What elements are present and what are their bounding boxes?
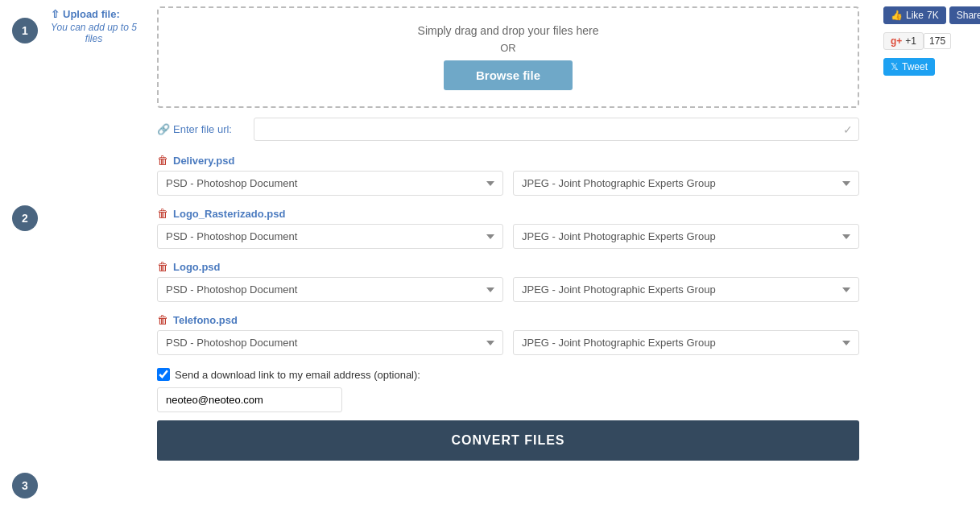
file-item-2: 🗑 Logo.psd PSD - Photoshop Document JPEG… [157,260,859,302]
step3-circle: 3 [12,473,38,498]
link-icon: 🔗 [157,123,170,135]
source-format-select-2[interactable]: PSD - Photoshop Document [157,277,503,302]
trash-icon-2[interactable]: 🗑 [157,260,168,273]
target-format-select-3[interactable]: JPEG - Joint Photographic Experts Group [513,330,859,355]
gplus-button[interactable]: g+ +1 [883,32,924,50]
step1-row: 1 ⇧ Upload file: You can add up to 5 fil… [12,8,137,52]
thumbs-up-icon: 👍 [891,10,903,21]
source-format-select-1[interactable]: PSD - Photoshop Document [157,224,503,249]
upload-subtitle: You can add up to 5 files [51,22,137,44]
file-url-input[interactable] [254,118,859,141]
gplus-icon: g+ [891,35,902,47]
step2-section: 🗑 Delivery.psd PSD - Photoshop Document … [157,154,859,355]
drop-text: Simply drag and drop your files here [418,24,599,37]
file-name-1: Logo_Rasterizado.psd [173,208,285,220]
file-item-1: 🗑 Logo_Rasterizado.psd PSD - Photoshop D… [157,207,859,249]
step2-row: 2 [12,205,137,231]
facebook-like-button[interactable]: 👍 Like 7K [883,6,946,24]
trash-icon-3[interactable]: 🗑 [157,313,168,326]
selects-row-1: PSD - Photoshop Document JPEG - Joint Ph… [157,224,859,249]
gplus-plus: +1 [905,35,916,47]
file-name-row-1: 🗑 Logo_Rasterizado.psd [157,207,859,220]
file-url-row: 🔗 Enter file url: ✓ [157,118,859,141]
main-content: Simply drag and drop your files here OR … [149,0,875,517]
twitter-icon: 𝕏 [891,61,899,72]
gplus-count: 175 [924,33,951,49]
email-input[interactable] [157,387,342,412]
file-name-row-2: 🗑 Logo.psd [157,260,859,273]
step3-row: 3 [12,473,137,498]
email-checkbox[interactable] [157,368,170,381]
trash-icon-1[interactable]: 🗑 [157,207,168,220]
selects-row-0: PSD - Photoshop Document JPEG - Joint Ph… [157,171,859,196]
convert-files-button[interactable]: CONVERT FILES [157,420,859,461]
email-checkbox-label: Send a download link to my email address… [175,369,420,381]
upload-title: ⇧ Upload file: [51,8,137,20]
file-item-3: 🗑 Telefono.psd PSD - Photoshop Document … [157,313,859,355]
target-format-select-2[interactable]: JPEG - Joint Photographic Experts Group [513,277,859,302]
source-format-select-0[interactable]: PSD - Photoshop Document [157,171,503,196]
or-text: OR [500,42,516,54]
file-name-row-0: 🗑 Delivery.psd [157,154,859,167]
file-name-3: Telefono.psd [173,314,238,326]
email-checkbox-row: Send a download link to my email address… [157,368,859,381]
drop-zone[interactable]: Simply drag and drop your files here OR … [157,6,859,108]
step3-section: Send a download link to my email address… [157,368,859,461]
like-count-badge: 7K [927,10,939,21]
url-input-wrapper: ✓ [254,118,859,141]
target-format-select-0[interactable]: JPEG - Joint Photographic Experts Group [513,171,859,196]
gplus-row: g+ +1 175 [883,32,972,50]
selects-row-2: PSD - Photoshop Document JPEG - Joint Ph… [157,277,859,302]
source-format-select-3[interactable]: PSD - Photoshop Document [157,330,503,355]
url-check-icon: ✓ [843,123,853,136]
browse-file-button[interactable]: Browse file [444,60,573,90]
target-format-select-1[interactable]: JPEG - Joint Photographic Experts Group [513,224,859,249]
left-sidebar: 1 ⇧ Upload file: You can add up to 5 fil… [0,0,149,517]
file-name-0: Delivery.psd [173,155,234,167]
step2-circle: 2 [12,205,38,231]
file-name-row-3: 🗑 Telefono.psd [157,313,859,326]
step1-circle: 1 [12,18,38,43]
file-url-label: 🔗 Enter file url: [157,123,246,135]
trash-icon-0[interactable]: 🗑 [157,154,168,167]
upload-arrow-icon: ⇧ [51,8,60,20]
file-item: 🗑 Delivery.psd PSD - Photoshop Document … [157,154,859,196]
twitter-tweet-button[interactable]: 𝕏 Tweet [883,58,935,76]
file-name-2: Logo.psd [173,261,221,273]
selects-row-3: PSD - Photoshop Document JPEG - Joint Ph… [157,330,859,355]
right-sidebar: 👍 Like 7K Share g+ +1 175 𝕏 Tweet [875,0,980,517]
facebook-share-button[interactable]: Share [949,6,980,24]
